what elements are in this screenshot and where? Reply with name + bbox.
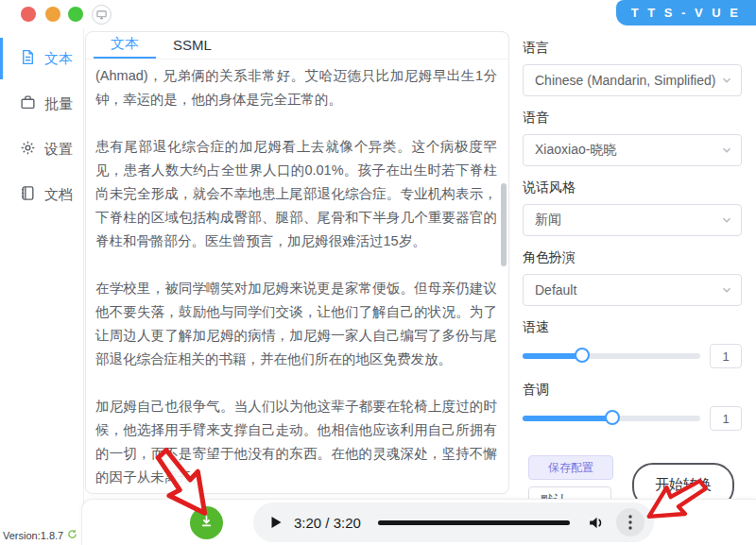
- language-label: 语言: [523, 40, 742, 57]
- sidebar-item-label: 批量: [44, 95, 73, 113]
- pitch-slider-thumb[interactable]: [605, 410, 620, 425]
- player-progress-bar[interactable]: [378, 520, 570, 525]
- briefcase-icon: [20, 94, 36, 113]
- role-play-label: 角色扮演: [523, 249, 742, 266]
- speed-value[interactable]: 1: [710, 344, 742, 368]
- player-time: 3:20 / 3:20: [294, 515, 361, 531]
- play-button[interactable]: [270, 516, 283, 529]
- sidebar-item-batch[interactable]: 批量: [0, 85, 83, 123]
- editor-card: 文本 SSML (Ahmad)，兄弟俩的关系非常好。艾哈迈德只比加尼姆早出生1分…: [85, 31, 509, 494]
- speaking-style-value: 新闻: [535, 212, 722, 229]
- monitor-icon[interactable]: [92, 5, 112, 25]
- chevron-down-icon: [722, 145, 731, 155]
- language-select[interactable]: Chinese (Mandarin, Simplified): [523, 64, 742, 96]
- app-logo: T T S - V U E: [616, 0, 756, 26]
- pitch-label: 音调: [523, 382, 742, 399]
- text-input-area[interactable]: (Ahmad)，兄弟俩的关系非常好。艾哈迈德只比加尼姆早出生1分钟，幸运的是，他…: [86, 60, 508, 485]
- chevron-down-icon: [722, 215, 731, 225]
- sidebar-item-label: 设置: [44, 141, 73, 159]
- editor-scrollbar[interactable]: [501, 183, 507, 266]
- vertical-dots-icon: [628, 515, 632, 530]
- download-icon: [199, 514, 214, 532]
- speed-slider-thumb[interactable]: [575, 348, 590, 363]
- version-info: Version:1.8.7: [3, 529, 77, 541]
- editor-tabbar: 文本 SSML: [86, 32, 508, 60]
- titlebar: T T S - V U E: [0, 0, 756, 28]
- sidebar-item-label: 文本: [44, 50, 73, 68]
- voice-value: Xiaoxiao-晓晓: [535, 142, 722, 159]
- tab-text[interactable]: 文本: [94, 31, 156, 59]
- player-bar: 3:20 / 3:20: [81, 499, 756, 545]
- chevron-down-icon: [722, 285, 731, 295]
- more-options-button[interactable]: [616, 508, 644, 536]
- language-value: Chinese (Mandarin, Simplified): [535, 73, 722, 88]
- download-button[interactable]: [190, 506, 223, 539]
- book-icon: [20, 185, 36, 204]
- sidebar-item-label: 文档: [44, 186, 73, 204]
- window-close-button[interactable]: [21, 7, 36, 22]
- settings-panel: 语言 Chinese (Mandarin, Simplified) 语音 Xia…: [523, 28, 742, 515]
- refresh-icon[interactable]: [67, 529, 77, 541]
- sidebar: 文本 批量 设置 文档: [0, 28, 84, 545]
- pitch-value[interactable]: 1: [710, 406, 742, 431]
- sidebar-item-settings[interactable]: 设置: [0, 130, 83, 168]
- pitch-slider[interactable]: [523, 416, 700, 421]
- window-minimize-button[interactable]: [45, 7, 60, 22]
- chevron-down-icon: [722, 76, 731, 85]
- speed-slider[interactable]: [523, 353, 700, 359]
- voice-label: 语音: [523, 110, 742, 127]
- version-label: Version:1.8.7: [3, 530, 63, 541]
- sidebar-item-text[interactable]: 文本: [0, 40, 83, 77]
- gear-icon: [20, 140, 36, 159]
- document-icon: [20, 49, 36, 68]
- save-config-button[interactable]: 保存配置: [528, 455, 613, 480]
- tab-ssml[interactable]: SSML: [156, 33, 229, 59]
- volume-button[interactable]: [587, 514, 605, 532]
- speaking-style-label: 说话风格: [523, 179, 742, 196]
- window-maximize-button[interactable]: [68, 7, 83, 22]
- voice-select[interactable]: Xiaoxiao-晓晓: [523, 134, 742, 166]
- role-play-value: Default: [535, 282, 722, 298]
- speed-label: 语速: [523, 319, 742, 336]
- audio-player: 3:20 / 3:20: [253, 502, 654, 542]
- role-play-select[interactable]: Default: [523, 274, 742, 306]
- sidebar-item-docs[interactable]: 文档: [0, 176, 83, 213]
- speaking-style-select[interactable]: 新闻: [523, 204, 742, 236]
